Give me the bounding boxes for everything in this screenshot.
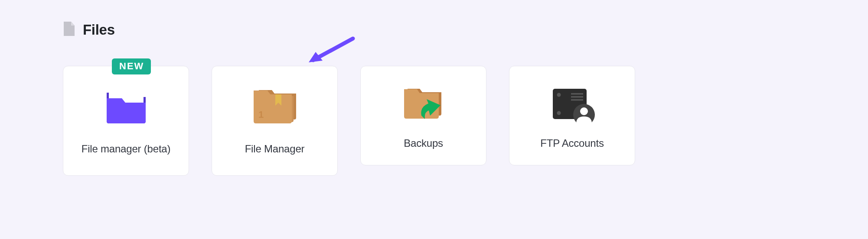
card-file-manager-beta[interactable]: NEW File manager (beta) bbox=[63, 66, 189, 176]
svg-point-4 bbox=[557, 93, 561, 97]
document-icon bbox=[63, 22, 75, 38]
files-section: Files NEW File manager (beta) bbox=[0, 0, 868, 197]
folder-brown-icon: 1 bbox=[251, 84, 299, 128]
card-label: Backups bbox=[404, 137, 443, 149]
card-backups[interactable]: Backups bbox=[360, 66, 486, 165]
folder-purple-icon bbox=[104, 84, 148, 128]
card-label: File Manager bbox=[245, 143, 305, 155]
svg-rect-7 bbox=[571, 96, 583, 98]
svg-point-10 bbox=[580, 107, 588, 115]
svg-text:1: 1 bbox=[258, 109, 264, 120]
section-title: Files bbox=[83, 22, 115, 38]
card-label: File manager (beta) bbox=[82, 143, 171, 155]
svg-rect-6 bbox=[571, 93, 583, 95]
svg-rect-8 bbox=[571, 99, 583, 101]
card-file-manager[interactable]: 1 File Manager bbox=[212, 66, 338, 176]
folder-backup-icon bbox=[401, 84, 447, 128]
card-ftp-accounts[interactable]: FTP Accounts bbox=[509, 66, 635, 165]
server-user-icon bbox=[548, 84, 596, 128]
svg-point-5 bbox=[557, 111, 561, 115]
card-label: FTP Accounts bbox=[540, 137, 604, 149]
section-header: Files bbox=[63, 22, 805, 38]
new-badge: NEW bbox=[112, 58, 151, 74]
cards-row: NEW File manager (beta) 1 bbox=[63, 66, 805, 176]
